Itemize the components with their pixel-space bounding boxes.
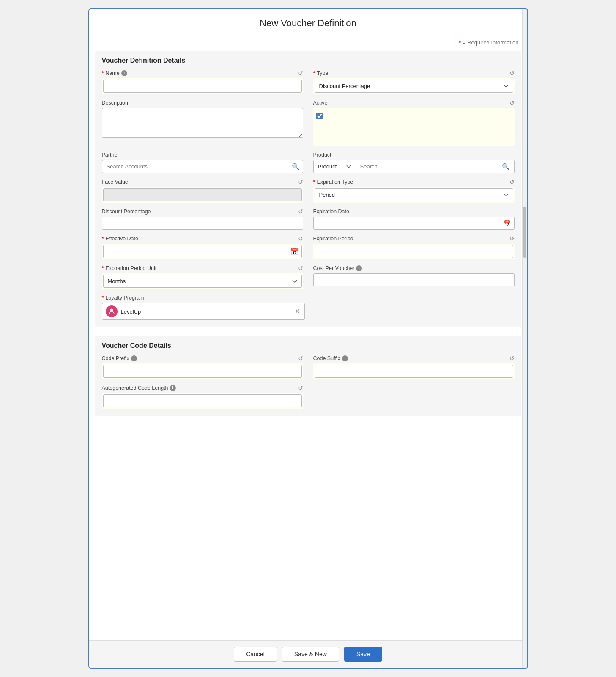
expiration-period-label: Expiration Period ↺ (313, 236, 515, 242)
code-form-grid: Code Prefix i ↺ LU Code Suffix i ↺ DSC (102, 355, 515, 409)
discount-percentage-reset-icon[interactable]: ↺ (298, 209, 303, 215)
voucher-code-details-section: Voucher Code Details Code Prefix i ↺ LU … (95, 336, 521, 416)
product-search-input[interactable] (356, 160, 498, 173)
code-prefix-reset-icon[interactable]: ↺ (298, 355, 303, 361)
product-field-wrapper: Product Category 🔍 (313, 160, 515, 173)
name-label: * Name i ↺ (102, 70, 303, 76)
loyalty-required-star: * (102, 295, 104, 301)
required-note: * = Required Information (89, 36, 527, 47)
code-suffix-label: Code Suffix i ↺ (313, 355, 515, 361)
code-prefix-input[interactable]: LU (103, 365, 302, 378)
save-new-button[interactable]: Save & New (282, 647, 339, 662)
effective-date-label: * Effective Date ↺ (102, 236, 303, 242)
discount-percentage-field-wrapper: 15% (102, 217, 303, 230)
expiration-period-unit-required-star: * (102, 265, 104, 271)
autogenerated-code-length-info-icon: i (170, 385, 176, 391)
partner-input[interactable] (102, 160, 303, 173)
product-search-button[interactable]: 🔍 (498, 163, 514, 171)
name-info-icon: i (121, 70, 127, 76)
name-reset-icon[interactable]: ↺ (298, 70, 303, 76)
modal-title: New Voucher Definition (89, 9, 527, 36)
expiration-period-unit-field-wrapper: Days Weeks Months Years (102, 273, 303, 289)
loyalty-program-label: * Loyalty Program (102, 295, 515, 301)
face-value-label: Face Value ↺ (102, 179, 303, 185)
partner-field-group: Partner 🔍 (102, 152, 303, 173)
cost-per-voucher-info-icon: i (356, 265, 362, 271)
expiration-period-field-group: Expiration Period ↺ 1 (313, 236, 515, 259)
loyalty-program-field-wrapper: LevelUp ✕ (102, 303, 305, 320)
expiration-period-reset-icon[interactable]: ↺ (509, 236, 515, 242)
loyalty-remove-button[interactable]: ✕ (294, 308, 301, 315)
face-value-field-group: Face Value ↺ (102, 179, 303, 203)
type-required-star: * (313, 70, 315, 76)
loyalty-avatar (106, 305, 118, 317)
code-prefix-label: Code Prefix i ↺ (102, 355, 303, 361)
discount-percentage-label: Discount Percentage ↺ (102, 209, 303, 215)
code-prefix-info-icon: i (131, 355, 137, 361)
save-button[interactable]: Save (344, 647, 382, 662)
autogenerated-code-length-reset-icon[interactable]: ↺ (298, 385, 303, 391)
expiration-period-unit-select[interactable]: Days Weeks Months Years (103, 275, 302, 288)
expiration-date-label: Expiration Date (313, 209, 515, 215)
description-field-wrapper (102, 108, 303, 139)
scrollbar-thumb[interactable] (523, 207, 526, 258)
expiration-type-field-group: * Expiration Type ↺ None Date Period (313, 179, 515, 203)
product-field-group: Product Product Category 🔍 (313, 152, 515, 173)
section1-title: Voucher Definition Details (102, 57, 515, 64)
type-reset-icon[interactable]: ↺ (509, 70, 515, 76)
effective-date-field-group: * Effective Date ↺ 05/07/2023 📅 (102, 236, 303, 259)
cost-per-voucher-label: Cost Per Voucher i (313, 265, 515, 271)
expiration-period-input[interactable]: 1 (315, 245, 513, 258)
code-suffix-reset-icon[interactable]: ↺ (509, 355, 515, 361)
autogenerated-code-length-input[interactable]: 10 (103, 394, 302, 407)
code-suffix-field-group: Code Suffix i ↺ DSC (313, 355, 515, 379)
code-suffix-input[interactable]: DSC (315, 365, 513, 378)
description-label: Description (102, 100, 303, 106)
cost-per-voucher-input[interactable] (313, 273, 515, 286)
product-filter-select[interactable]: Product Category (314, 160, 356, 173)
effective-date-field-wrapper: 05/07/2023 📅 (102, 244, 303, 259)
code-suffix-field-wrapper: DSC (313, 363, 515, 379)
expiration-date-input[interactable] (313, 217, 515, 230)
scrollbar-track[interactable] (522, 9, 527, 668)
modal-container: New Voucher Definition * = Required Info… (88, 8, 528, 669)
cost-per-voucher-field-wrapper (313, 273, 515, 286)
expiration-period-unit-field-group: * Expiration Period Unit ↺ Days Weeks Mo… (102, 265, 303, 289)
active-checkbox-field (315, 109, 513, 123)
discount-percentage-input[interactable]: 15% (102, 217, 303, 230)
product-label: Product (313, 152, 515, 158)
expiration-type-reset-icon[interactable]: ↺ (509, 179, 515, 185)
name-required-star: * (102, 70, 104, 76)
voucher-definition-details-section: Voucher Definition Details * Name i ↺ 15… (95, 51, 521, 327)
face-value-field-wrapper (102, 187, 303, 203)
effective-date-input[interactable]: 05/07/2023 (103, 245, 302, 258)
partner-label: Partner (102, 152, 303, 158)
name-input[interactable]: 15% Discount on Purchases (103, 80, 302, 93)
product-search-row: Product Category 🔍 (313, 160, 515, 173)
name-field-group: * Name i ↺ 15% Discount on Purchases (102, 70, 303, 94)
description-field-group: Description (102, 100, 303, 146)
code-prefix-field-group: Code Prefix i ↺ LU (102, 355, 303, 379)
loyalty-tag: LevelUp ✕ (102, 303, 305, 320)
description-input[interactable] (102, 108, 303, 138)
expiration-type-label: * Expiration Type ↺ (313, 179, 515, 185)
type-field-wrapper: Discount Percentage Fixed Amount Free Pr… (313, 78, 515, 94)
expiration-date-field-wrapper: 📅 (313, 217, 515, 230)
expiration-type-select[interactable]: None Date Period (315, 188, 513, 201)
active-reset-icon[interactable]: ↺ (509, 100, 515, 106)
effective-date-reset-icon[interactable]: ↺ (298, 236, 303, 242)
partner-input-wrapper: 🔍 (102, 160, 303, 173)
face-value-input[interactable] (103, 188, 302, 201)
spacer (89, 421, 527, 640)
expiration-period-unit-reset-icon[interactable]: ↺ (298, 265, 303, 271)
section2-title: Voucher Code Details (102, 342, 515, 350)
cancel-button[interactable]: Cancel (234, 647, 277, 662)
type-select[interactable]: Discount Percentage Fixed Amount Free Pr… (315, 80, 513, 93)
face-value-reset-icon[interactable]: ↺ (298, 179, 303, 185)
effective-date-input-wrapper: 05/07/2023 📅 (103, 245, 302, 258)
expiration-period-unit-label: * Expiration Period Unit ↺ (102, 265, 303, 271)
expiration-period-field-wrapper: 1 (313, 244, 515, 259)
discount-percentage-field-group: Discount Percentage ↺ 15% (102, 209, 303, 230)
loyalty-program-field-group: * Loyalty Program LevelUp ✕ (102, 295, 515, 320)
active-checkbox[interactable] (316, 113, 323, 119)
